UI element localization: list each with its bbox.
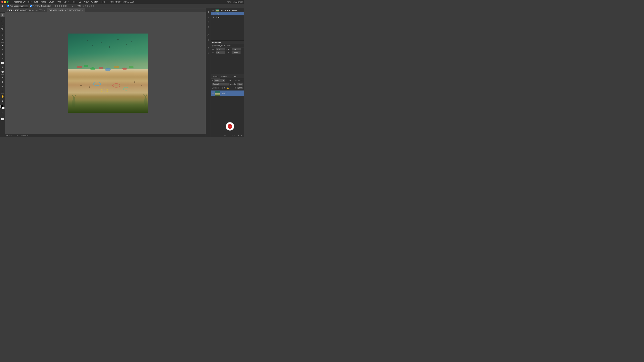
zoom-tool[interactable]: ⊕: [0, 99, 4, 103]
beach-photo-image: [68, 33, 148, 113]
lock-pixels-icon[interactable]: ⬚: [216, 87, 219, 89]
panel-icon-3d[interactable]: ⊙: [206, 51, 210, 55]
show-transform-checkbox[interactable]: [30, 5, 32, 7]
svg-point-11: [105, 68, 111, 71]
tab-beach-photo[interactable]: BEACH_PHOTO.psd @ 66.7% (Layer 0, RGB/8)…: [5, 8, 47, 12]
layer-type-icon-smart[interactable]: ⊙: [238, 79, 240, 82]
history-source-item[interactable]: 📷 BEACH_PHOTO.jpg: [211, 9, 244, 12]
layer-new-button[interactable]: +: [237, 134, 240, 137]
fill-label: Fill:: [234, 87, 236, 89]
record-chevron-icon: ▾: [230, 125, 230, 128]
options-bar: ✥ Auto-Select: Layer Show Transform Cont…: [0, 4, 244, 8]
shape-tool[interactable]: □: [0, 88, 4, 92]
menu-3d[interactable]: 3D: [79, 1, 82, 3]
path-selection-tool[interactable]: ↗: [0, 84, 4, 88]
layer-thumbnail: [215, 91, 220, 96]
marquee-tool[interactable]: ⬚: [0, 18, 4, 23]
move-tool[interactable]: ✥: [0, 13, 4, 17]
record-button[interactable]: ▾: [226, 122, 234, 131]
menu-edit[interactable]: Edit: [34, 1, 38, 3]
svg-point-20: [89, 86, 90, 88]
lock-position-icon[interactable]: ✏: [220, 87, 222, 89]
layers-blend-mode[interactable]: Normal: [212, 83, 230, 86]
status-bar: 66.67% Doc: 11.4M/20.0M: [5, 134, 206, 137]
menu-layer[interactable]: Layer: [49, 1, 54, 3]
panel-icon-properties[interactable]: ≡: [206, 25, 210, 29]
auto-select-checkbox[interactable]: [7, 5, 9, 7]
layer-group-button[interactable]: □: [234, 134, 236, 137]
tab-layers[interactable]: Layers: [211, 74, 220, 78]
history-move-item[interactable]: ✥ Move: [211, 15, 244, 19]
menu-help[interactable]: Help: [101, 1, 105, 3]
panel-icon-color[interactable]: ◎: [206, 20, 210, 24]
menu-file[interactable]: File: [28, 1, 32, 3]
lock-artboards-icon[interactable]: 🔒: [226, 87, 229, 89]
maximize-button[interactable]: [7, 1, 8, 3]
gradient-tool[interactable]: ▦: [0, 65, 4, 69]
menu-select[interactable]: Select: [64, 1, 69, 3]
layer-type-icon-shape[interactable]: □: [235, 79, 237, 82]
history-source-label: BEACH_PHOTO.jpg: [220, 9, 237, 11]
opacity-input[interactable]: [237, 83, 243, 86]
history-brush-tool[interactable]: ↩: [0, 56, 4, 60]
crop-tool[interactable]: ⊡: [0, 33, 4, 37]
pen-tool[interactable]: ✒: [0, 75, 4, 79]
color-boxes[interactable]: [0, 105, 4, 109]
type-tool[interactable]: T: [0, 80, 4, 84]
menu-filter[interactable]: Filter: [72, 1, 76, 3]
prop-h-input[interactable]: [232, 48, 241, 51]
eyedropper-tool[interactable]: ⧖: [0, 37, 4, 41]
layer-type-icon-text[interactable]: T: [232, 79, 234, 82]
history-crop-item[interactable]: ⊡ Crop: [211, 12, 244, 15]
prop-x-input[interactable]: [216, 51, 225, 54]
screen-mode[interactable]: ⬜: [0, 117, 4, 121]
layer-fx-button[interactable]: fx: [224, 134, 226, 137]
menu-window[interactable]: Window: [91, 1, 98, 3]
lock-all-icon[interactable]: ✥: [223, 87, 226, 89]
close-button[interactable]: [1, 1, 3, 3]
panel-icon-history-mini[interactable]: ⊗: [206, 46, 210, 50]
eraser-tool[interactable]: ⬜: [0, 61, 4, 65]
layer-filter-toggle[interactable]: ●: [241, 79, 243, 82]
quick-mask-toggle[interactable]: ⬚: [0, 111, 4, 115]
tab-cat-soda[interactable]: CAT_WITH_SODA.psd @ 33.3% (RGB/8*) ✕: [47, 8, 85, 12]
panel-icon-adjust[interactable]: ◑: [206, 10, 210, 14]
layer-item-0[interactable]: 👁 Layer 0: [211, 90, 244, 96]
tab-channels[interactable]: Channels: [220, 74, 231, 78]
menu-photoshop-cc[interactable]: Photoshop CC: [12, 1, 26, 3]
brush-tool[interactable]: ✏: [0, 48, 4, 52]
background-color[interactable]: [2, 107, 4, 109]
layer-delete-button[interactable]: 🗑: [240, 134, 243, 137]
layers-filter-select[interactable]: Kind: [214, 79, 225, 82]
lasso-tool[interactable]: ⌀: [0, 23, 4, 27]
minimize-button[interactable]: [4, 1, 6, 3]
menu-view[interactable]: View: [84, 1, 88, 3]
clone-stamp-tool[interactable]: ⊕: [0, 52, 4, 56]
tab-cat-soda-label: CAT_WITH_SODA.psd @ 33.3% (RGB/8*): [49, 9, 81, 11]
fill-input[interactable]: [237, 86, 243, 89]
menu-image[interactable]: Image: [40, 1, 46, 3]
tab-beach-photo-close[interactable]: ✕: [44, 9, 46, 11]
tab-cat-soda-close[interactable]: ✕: [82, 9, 83, 11]
dodge-tool[interactable]: ⬤: [0, 69, 4, 73]
auto-select-type[interactable]: Layer: [19, 4, 29, 7]
menu-type[interactable]: Type: [56, 1, 61, 3]
properties-sub-header: ⊡ Pixel Layer Properties: [211, 44, 244, 48]
layer-visibility-eye[interactable]: 👁: [212, 92, 214, 94]
move-tool-icon: ✥: [1, 4, 4, 7]
layer-adjustment-button[interactable]: ◑: [230, 134, 233, 137]
prop-w-input[interactable]: [216, 48, 225, 51]
panel-icon-text[interactable]: A: [206, 33, 210, 37]
hand-tool[interactable]: ✋: [0, 94, 4, 98]
layer-type-icon-adj[interactable]: ◑: [229, 79, 231, 82]
panel-icon-paragraph[interactable]: ¶: [206, 38, 210, 42]
layers-panel-footer: fx ○ ◑ □ + 🗑: [211, 133, 244, 137]
quick-select-tool[interactable]: ⌦: [0, 27, 4, 31]
layer-type-icon-pixel[interactable]: ⬚: [226, 79, 228, 82]
zoom-level: 66.67%: [6, 135, 12, 137]
healing-brush-tool[interactable]: ✚: [0, 43, 4, 47]
prop-y-input[interactable]: [232, 51, 241, 54]
panel-icon-info[interactable]: ℹ: [206, 15, 210, 19]
tab-paths[interactable]: Paths: [231, 74, 239, 78]
layer-mask-button[interactable]: ○: [227, 134, 230, 137]
